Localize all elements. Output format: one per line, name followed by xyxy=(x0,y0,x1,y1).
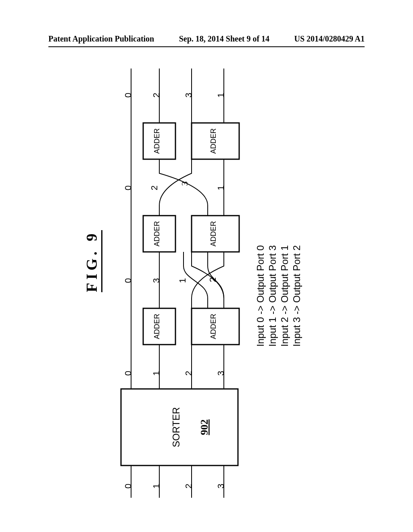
header-center: Sep. 18, 2014 Sheet 9 of 14 xyxy=(179,34,269,44)
adder-label-1b: ADDER xyxy=(209,314,217,339)
sorter-ref: 902 xyxy=(198,420,210,435)
page-header: Patent Application Publication Sep. 18, … xyxy=(0,34,413,44)
mapping-row-2: Input 2 -> Output Port 1 xyxy=(278,245,291,347)
adder-label-2a: ADDER xyxy=(153,221,161,246)
num-out-3: 1 xyxy=(216,93,226,98)
figure-area: FIG. 9 0 1 2 3 SORTER 902 0 1 2 3 ADDER … xyxy=(71,56,345,500)
adder-label-2b: ADDER xyxy=(209,221,217,246)
header-rule xyxy=(48,46,365,47)
adder-label-3a: ADDER xyxy=(153,128,161,154)
mapping-row-0: Input 0 -> Output Port 0 xyxy=(254,245,267,347)
adder-label-1a: ADDER xyxy=(153,314,161,339)
num-s1-0: 0 xyxy=(123,278,133,283)
mapping-row-3: Input 3 -> Output Port 2 xyxy=(290,245,303,347)
num-aftersort-1: 1 xyxy=(151,371,161,376)
circuit-diagram: 0 1 2 3 SORTER 902 0 1 2 3 ADDER ADDER xyxy=(115,56,244,500)
sorter-label: SORTER xyxy=(171,407,181,447)
num-s2-1: 2 xyxy=(149,185,159,190)
num-out-2: 3 xyxy=(184,93,194,98)
num-aftersort-3: 3 xyxy=(216,371,226,376)
num-s1-2: 1 xyxy=(177,278,188,283)
num-s2-3: 1 xyxy=(216,185,226,190)
num-out-1: 2 xyxy=(151,93,161,98)
adder-label-3b: ADDER xyxy=(209,128,217,154)
num-input-2: 2 xyxy=(184,484,194,488)
num-input-1: 1 xyxy=(151,484,161,488)
header-right: US 2014/0280429 A1 xyxy=(294,34,365,44)
num-s2-2: 3 xyxy=(179,181,190,186)
num-aftersort-2: 2 xyxy=(184,371,194,376)
num-s2-0: 0 xyxy=(123,185,133,190)
num-aftersort-0: 0 xyxy=(123,371,133,376)
num-out-0: 0 xyxy=(123,93,133,98)
num-input-0: 0 xyxy=(123,484,133,488)
header-left: Patent Application Publication xyxy=(48,34,154,44)
mapping-row-1: Input 1 -> Output Port 3 xyxy=(266,245,279,347)
figure-label: FIG. 9 xyxy=(83,230,102,292)
num-input-3: 3 xyxy=(216,484,226,488)
num-s1-3: 2 xyxy=(208,277,218,282)
num-s1-1: 3 xyxy=(151,278,161,283)
